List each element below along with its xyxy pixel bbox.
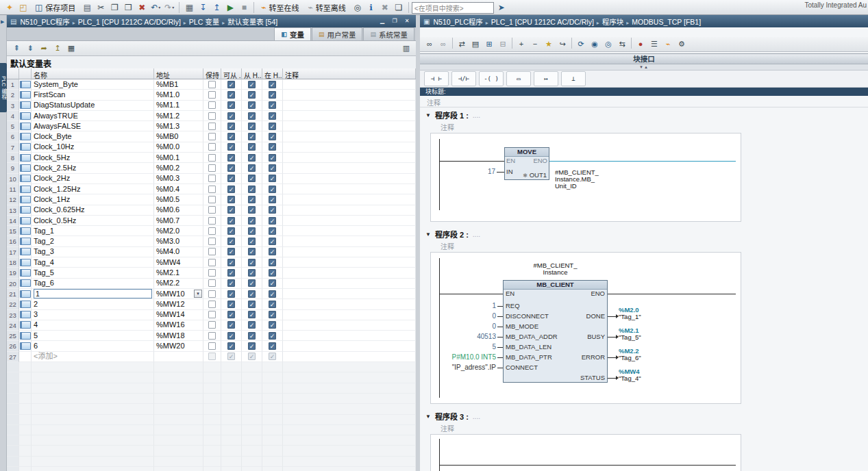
tag-table-row[interactable]: 15Tag_1%M2.0✓✓✓	[7, 226, 416, 236]
minimize-icon[interactable]: ▁	[377, 16, 388, 27]
tag-table-row[interactable]: 233%MW14✓✓✓	[7, 310, 416, 320]
tag-comment[interactable]	[283, 289, 416, 299]
tag-name[interactable]: 6	[34, 341, 38, 351]
network-3-canvas[interactable]	[430, 434, 741, 471]
checkbox[interactable]: ✓	[248, 248, 256, 255]
copy-icon[interactable]: ❐	[108, 1, 121, 14]
download-icon[interactable]: ↧	[196, 1, 210, 14]
call-structure-icon[interactable]: ☰	[647, 38, 661, 51]
paste-icon[interactable]: ❒	[121, 1, 135, 14]
breadcrumb-segment[interactable]: 默认变量表 [54]	[227, 18, 277, 26]
insert-network-icon[interactable]: ⊞	[482, 38, 496, 51]
tag-comment[interactable]	[283, 279, 416, 289]
go-online-icon[interactable]: ⌁	[661, 38, 675, 51]
instance-label[interactable]: #MB_CLIENT_ Instance	[503, 262, 608, 276]
tag-comment[interactable]	[283, 205, 416, 216]
tag-comment[interactable]	[283, 131, 416, 142]
checkbox[interactable]: ✓	[269, 311, 276, 318]
monitor-tags-icon[interactable]: ▦	[64, 42, 78, 55]
header-retain[interactable]: 保持	[203, 68, 221, 79]
nc-contact-icon[interactable]: ⊣/⊢	[451, 71, 476, 86]
network-comments-icon[interactable]: ▤	[469, 38, 482, 51]
checkbox[interactable]: ✓	[248, 101, 256, 109]
network-2-comment[interactable]: 注释	[441, 241, 454, 251]
tag-table-row[interactable]: 8Clock_5Hz%M0.1✓✓✓	[7, 153, 416, 163]
checkbox[interactable]	[208, 238, 216, 245]
input-operand[interactable]: 40513	[431, 333, 496, 340]
tag-address[interactable]: %M1.2	[156, 111, 179, 121]
undo-icon[interactable]: ↶▾	[149, 1, 162, 14]
checkbox[interactable]: ✓	[227, 186, 235, 193]
output-operand-tag[interactable]: "Tag_6"	[619, 355, 641, 361]
checkbox[interactable]: ✓	[269, 290, 276, 298]
checkbox[interactable]: ✓	[269, 81, 276, 88]
checkbox[interactable]	[208, 342, 216, 350]
tag-table-row[interactable]: 211%MW10▾✓✓✓	[7, 289, 416, 299]
checkbox[interactable]: ✓	[269, 301, 276, 308]
go-offline-button[interactable]: ⌁ 转至离线	[304, 1, 350, 14]
tag-name[interactable]: Clock_10Hz	[34, 142, 74, 153]
checkbox[interactable]: ✓	[248, 217, 256, 225]
checkbox[interactable]: ✓	[269, 143, 276, 151]
export-icon[interactable]: ➦	[37, 42, 51, 55]
tag-comment[interactable]	[283, 90, 416, 100]
tag-table-row[interactable]: 255%MW18✓✓✓	[7, 331, 416, 341]
tag-address[interactable]: %M0.7	[156, 216, 179, 226]
address-dropdown-button[interactable]: ▾	[194, 290, 202, 298]
tag-comment[interactable]	[283, 142, 416, 153]
collapse-networks-icon[interactable]: −	[528, 38, 542, 51]
tag-name[interactable]: AlwaysTRUE	[34, 111, 78, 121]
tag-table-row[interactable]: 14Clock_0.5Hz%M0.7✓✓✓	[7, 216, 416, 226]
start-cpu-icon[interactable]: ▶	[223, 1, 237, 14]
tag-address[interactable]: %MW12	[156, 299, 185, 309]
network-3-comment[interactable]: 注释	[441, 423, 454, 433]
checkbox[interactable]: ✓	[269, 91, 276, 99]
header-accessible[interactable]: 可从 ...	[221, 68, 242, 79]
checkbox[interactable]: ✓	[269, 238, 276, 245]
tag-comment[interactable]	[283, 121, 416, 131]
tag-name[interactable]: 3	[34, 310, 38, 320]
coil-icon[interactable]: -( )	[479, 71, 504, 86]
breadcrumb-segment[interactable]: PLC_1 [CPU 1212C AC/DC/Rly]	[78, 18, 181, 26]
header-visible[interactable]: 在 H...	[262, 68, 283, 79]
tag-table-row[interactable]: 19Tag_5%M2.1✓✓✓	[7, 268, 416, 278]
checkbox[interactable]	[208, 321, 216, 329]
network-3-header[interactable]: ▼ 程序段 3 : ....	[420, 411, 740, 422]
checkbox[interactable]	[208, 217, 216, 225]
tag-address[interactable]: %MW20	[156, 341, 185, 351]
print-icon[interactable]: ▤	[80, 1, 94, 14]
tag-comment[interactable]	[283, 184, 416, 194]
tag-comment[interactable]	[283, 352, 416, 362]
add-output-icon[interactable]: ✱	[523, 173, 528, 179]
move-out-operand[interactable]: Unit_ID	[555, 183, 577, 190]
breadcrumb-segment[interactable]: N510_PLC程序	[20, 18, 69, 26]
checkbox[interactable]	[208, 133, 216, 140]
checkbox[interactable]: ✓	[227, 259, 235, 266]
go-online-button[interactable]: ⌁ 转至在线	[257, 1, 303, 14]
close-branch-icon[interactable]: ⊥	[561, 71, 586, 86]
add-row-icon[interactable]: ⇟	[23, 42, 37, 55]
tag-name[interactable]: Tag_2	[34, 236, 54, 246]
checkbox[interactable]: ✓	[248, 186, 256, 193]
tag-address[interactable]: %M0.1	[156, 153, 179, 163]
checkbox[interactable]: ✓	[227, 133, 235, 140]
checkbox[interactable]: ✓	[248, 133, 256, 140]
goto-next-error-icon[interactable]: ↪	[556, 38, 569, 51]
checkbox[interactable]: ✓	[269, 332, 276, 340]
open-project-icon[interactable]: ◰	[16, 1, 30, 14]
network-1-comment[interactable]: 注释	[441, 122, 454, 132]
checkbox[interactable]: ✓	[227, 269, 235, 277]
checkbox[interactable]: ✓	[269, 279, 276, 287]
checkbox[interactable]: ✓	[248, 206, 256, 214]
network-title-placeholder[interactable]: ....	[473, 413, 480, 420]
checkbox[interactable]: ✓	[248, 321, 256, 329]
checkbox[interactable]: ✓	[248, 123, 256, 130]
tag-address[interactable]: %M0.2	[156, 163, 179, 173]
checkbox[interactable]: ✓	[227, 311, 235, 318]
redo-icon[interactable]: ↷▾	[162, 1, 176, 14]
checkbox[interactable]: ✓	[227, 217, 235, 225]
tag-name[interactable]: Tag_1	[34, 226, 54, 236]
import-icon[interactable]: ↥	[51, 42, 64, 55]
network-title-placeholder[interactable]: ....	[473, 112, 480, 119]
checkbox[interactable]: ✓	[248, 301, 256, 308]
